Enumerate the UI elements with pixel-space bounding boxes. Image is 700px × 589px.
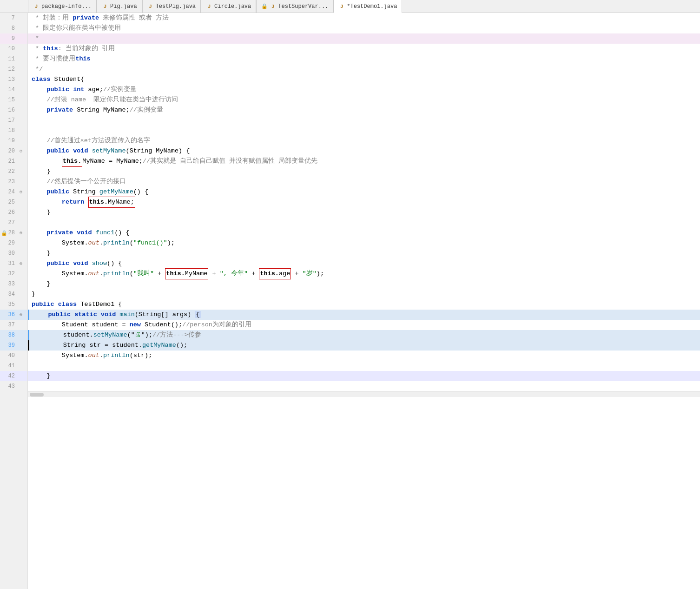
comment-text-10: * this: 当前对象的 引用 (32, 44, 115, 54)
gutter-row-21: 21 (0, 156, 27, 166)
code-line-42: } (28, 371, 700, 381)
code-line-18 (28, 126, 700, 136)
code-text: public String getMyName() { (32, 187, 148, 197)
gutter-row-13: 13 (0, 74, 27, 85)
gutter-row-34: 34 (0, 289, 27, 299)
tab-testpig-java[interactable]: J TestPig.java (142, 0, 201, 13)
line-num-12: 12 (0, 66, 18, 73)
gutter-row-18: 18 (0, 126, 27, 136)
comment-text-12: */ (32, 64, 43, 74)
code-line-23: //然后提供一个公开的接口 (28, 177, 700, 187)
code-text: Student student = new Student();//person… (32, 320, 251, 330)
code-line-41 (28, 361, 700, 371)
comment-text-8: * 限定你只能在类当中被使用 (32, 23, 121, 33)
gutter-row-19: 19 (0, 136, 27, 146)
line-num-22: 22 (0, 168, 18, 175)
scrollbar-thumb[interactable] (30, 393, 44, 397)
gutter-row-12: 12 (0, 64, 27, 74)
code-text: public void show() { (32, 258, 122, 269)
line-numbers: 7 8 9 10 11 (0, 13, 27, 391)
line-num-17: 17 (0, 117, 18, 124)
gutter-row-24: 24 ⊖ (0, 187, 27, 197)
code-text: //封装 name 限定你只能在类当中进行访问 (32, 95, 178, 105)
tab-testdemo1-java[interactable]: J *TestDemo1.java (333, 0, 402, 13)
code-lines: * 封装：用 private 来修饰属性 或者 方法 * 限定你只能在类当中被使… (28, 13, 700, 391)
code-line-13: class Student{ (28, 74, 700, 85)
tab-package-info[interactable]: J package-info... (28, 0, 97, 13)
code-line-34: } (28, 289, 700, 299)
gutter-row-41: 41 (0, 361, 27, 371)
gutter-row-11: 11 (0, 54, 27, 64)
gutter-row-23: 23 (0, 177, 27, 187)
line-num-31: 31 (0, 260, 18, 267)
fold-24[interactable]: ⊖ (18, 189, 24, 195)
code-text: student.setMyName("🖨");//方法--->传参 (33, 330, 201, 340)
gutter-row-26: 26 (0, 207, 27, 218)
code-text: //然后提供一个公开的接口 (32, 177, 126, 187)
line-num-39: 39 (0, 342, 18, 349)
java-file-icon: J (102, 3, 108, 10)
code-line-43 (28, 381, 700, 391)
lock-icon: 🔒 (261, 3, 268, 10)
code-line-28: private void func1() { (28, 228, 700, 238)
code-line-36: public static void main(String[] args) { (28, 310, 700, 320)
code-text: } (32, 207, 51, 218)
code-text: } (32, 279, 51, 289)
code-line-8: * 限定你只能在类当中被使用 (28, 23, 700, 33)
tab-bar: J package-info... J Pig.java J TestPig.j… (0, 0, 700, 13)
gutter-row-37: 37 (0, 320, 27, 330)
tab-testsupervar[interactable]: 🔒 J TestSuperVar... (256, 0, 333, 13)
line-num-35: 35 (0, 301, 18, 308)
gutter-row-7: 7 (0, 13, 27, 23)
line-num-36: 36 (0, 311, 18, 318)
gutter-row-30: 30 (0, 248, 27, 258)
gutter-row-15: 15 (0, 95, 27, 105)
code-line-11: * 要习惯使用this (28, 54, 700, 64)
tab-pig-java[interactable]: J Pig.java (97, 0, 142, 13)
tab-circle-java[interactable]: J Circle.java (201, 0, 256, 13)
gutter-row-32: 32 (0, 269, 27, 279)
line-num-41: 41 (0, 363, 18, 369)
java-file-icon: J (270, 3, 276, 10)
comment-text-9: * (32, 33, 39, 44)
code-line-32: System.out.println("我叫" + this.MyName + … (28, 269, 700, 279)
line-num-25: 25 (0, 199, 18, 205)
java-file-icon: J (338, 3, 345, 10)
gutter-row-42: 42 (0, 371, 27, 381)
code-line-17 (28, 115, 700, 126)
line-num-26: 26 (0, 209, 18, 216)
code-text: public int age;//实例变量 (32, 85, 137, 95)
code-line-7: * 封装：用 private 来修饰属性 或者 方法 (28, 13, 700, 23)
gutter-row-38: 38 (0, 330, 27, 340)
code-text: System.out.println("func1()"); (32, 238, 175, 248)
code-text: //首先通过set方法设置传入的名字 (32, 136, 150, 146)
comment-text-11: * 要习惯使用this (32, 54, 91, 64)
gutter-row-8: 8 (0, 23, 27, 33)
code-line-15: //封装 name 限定你只能在类当中进行访问 (28, 95, 700, 105)
line-num-42: 42 (0, 373, 18, 379)
gutter-row-29: 29 (0, 238, 27, 248)
horizontal-scrollbar[interactable] (28, 391, 700, 397)
code-line-14: public int age;//实例变量 (28, 85, 700, 95)
tab-label: package-info... (41, 3, 92, 10)
line-num-27: 27 (0, 219, 18, 226)
line-num-15: 15 (0, 97, 18, 103)
gutter-row-10: 10 (0, 44, 27, 54)
line-num-40: 40 (0, 352, 18, 359)
code-text: System.out.println("我叫" + this.MyName + … (32, 268, 324, 279)
line-num-23: 23 (0, 179, 18, 185)
code-text: public void setMyName(String MyName) { (32, 146, 190, 156)
fold-36[interactable]: ⊖ (18, 312, 24, 318)
line-num-18: 18 (0, 127, 18, 134)
fold-28[interactable]: ⊖ (18, 230, 24, 236)
fold-20[interactable]: ⊖ (18, 148, 24, 154)
java-file-icon: J (147, 3, 154, 10)
fold-31[interactable]: ⊖ (18, 261, 24, 266)
code-line-26: } (28, 207, 700, 218)
tab-label: *TestDemo1.java (347, 3, 397, 10)
code-text: this.MyName = MyName;//其实就是 自己给自己赋值 并没有赋… (32, 156, 317, 167)
code-editor[interactable]: * 封装：用 private 来修饰属性 或者 方法 * 限定你只能在类当中被使… (28, 13, 700, 589)
line-num-13: 13 (0, 76, 18, 83)
line-num-14: 14 (0, 86, 18, 93)
gutter-row-33: 33 (0, 279, 27, 289)
